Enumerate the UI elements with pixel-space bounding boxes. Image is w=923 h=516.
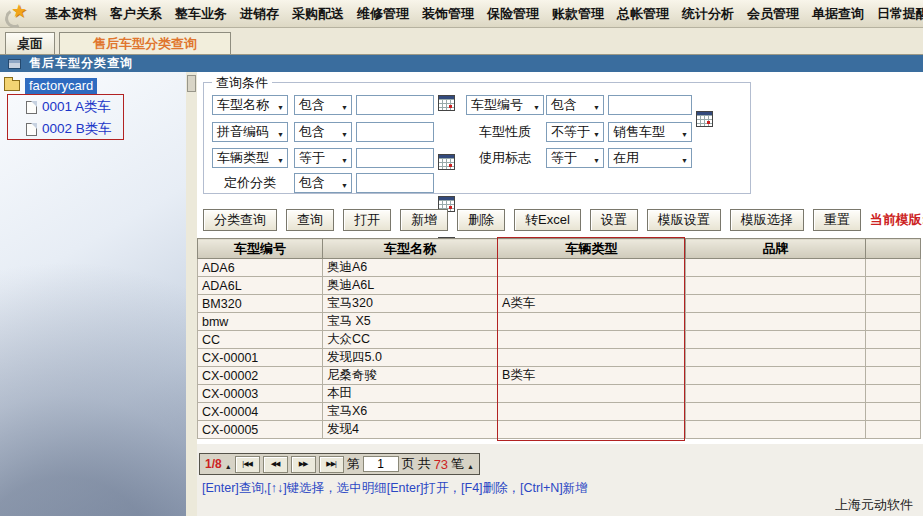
table-row[interactable]: ADA6L 奥迪A6L <box>198 277 921 295</box>
page-ratio: 1/8 <box>205 457 222 471</box>
chevron-down-icon <box>277 151 284 166</box>
cell-brand <box>686 403 866 421</box>
menu-item-member-mgmt[interactable]: 会员管理 <box>745 5 801 23</box>
menu-item-accounts-mgmt[interactable]: 账款管理 <box>550 5 606 23</box>
settings-button[interactable]: 设置 <box>590 209 638 231</box>
col-header-model-code[interactable]: 车型编号 <box>198 239 323 259</box>
total-suffix-label: 笔 <box>451 455 464 473</box>
tree-node-factorycard[interactable]: factorycard <box>0 75 186 96</box>
sort-indicator-icon <box>225 455 232 473</box>
table-row[interactable]: CC 大众CC <box>198 331 921 349</box>
table-row[interactable]: ADA6 奥迪A6 <box>198 259 921 277</box>
template-select-button[interactable]: 模版选择 <box>730 209 804 231</box>
menu-item-statistics[interactable]: 统计分析 <box>680 5 736 23</box>
value-select-sales-model[interactable]: 销售车型 <box>608 122 692 142</box>
menu-item-inventory[interactable]: 进销存 <box>238 5 281 23</box>
sort-indicator-icon <box>467 455 474 473</box>
col-header-model-name[interactable]: 车型名称 <box>323 239 498 259</box>
page-prefix-label: 第 <box>347 455 360 473</box>
table-row[interactable]: BM320 宝马320 A类车 <box>198 295 921 313</box>
delete-button[interactable]: 删除 <box>457 209 505 231</box>
query-value-input[interactable] <box>356 95 434 115</box>
menu-item-decoration-mgmt[interactable]: 装饰管理 <box>420 5 476 23</box>
operator-select[interactable]: 包含 <box>294 173 352 193</box>
prev-page-button[interactable]: ◀◀ <box>263 456 288 473</box>
chevron-down-icon <box>277 98 284 113</box>
col-header-brand[interactable]: 品牌 <box>686 239 866 259</box>
first-page-button[interactable]: |◀◀ <box>235 456 260 473</box>
query-value-input[interactable] <box>356 148 434 168</box>
menu-item-purchase-delivery[interactable]: 采购配送 <box>290 5 346 23</box>
field-select-model-code[interactable]: 车型编号 <box>466 95 544 115</box>
operator-select[interactable]: 包含 <box>294 122 352 142</box>
app-logo-star-icon <box>4 2 34 26</box>
export-excel-button[interactable]: 转Excel <box>514 209 581 231</box>
category-tree-sidebar: factorycard 0001 A类车 0002 B类车 <box>0 72 186 516</box>
calendar-icon[interactable] <box>438 154 455 170</box>
query-value-input[interactable] <box>356 173 434 193</box>
table-row[interactable]: CX-00005 发现4 <box>198 421 921 439</box>
app-window: 基本资料 客户关系 整车业务 进销存 采购配送 维修管理 装饰管理 保险管理 账… <box>0 0 923 516</box>
cell-vehicle-type <box>498 277 686 295</box>
query-value-input[interactable] <box>356 122 434 142</box>
calendar-icon[interactable] <box>438 95 455 111</box>
template-settings-button[interactable]: 模版设置 <box>647 209 721 231</box>
total-prefix-label: 共 <box>418 455 431 473</box>
window-title-bar: 售后车型分类查询 <box>0 55 923 72</box>
field-select-vehicle-type[interactable]: 车辆类型 <box>212 148 288 168</box>
cell-model-code: ADA6L <box>198 277 323 295</box>
query-value-input[interactable] <box>608 95 692 115</box>
open-button[interactable]: 打开 <box>343 209 391 231</box>
tab-desktop[interactable]: 桌面 <box>5 32 55 54</box>
menu-item-doc-query[interactable]: 单据查询 <box>810 5 866 23</box>
tree-node-class-b[interactable]: 0002 B类车 <box>0 118 186 140</box>
table-row[interactable]: CX-00004 宝马X6 <box>198 403 921 421</box>
table-row[interactable]: CX-00003 本田 <box>198 385 921 403</box>
menu-item-repair-mgmt[interactable]: 维修管理 <box>355 5 411 23</box>
next-page-button[interactable]: ▶▶ <box>291 456 316 473</box>
table-row[interactable]: CX-00001 发现四5.0 <box>198 349 921 367</box>
reset-button[interactable]: 重置 <box>813 209 861 231</box>
menu-item-daily-reminder[interactable]: 日常提醒 <box>875 5 923 23</box>
add-button[interactable]: 新增 <box>400 209 448 231</box>
table-header-row: 车型编号 车型名称 车辆类型 品牌 <box>198 239 921 259</box>
tab-after-sales-model-query[interactable]: 售后车型分类查询 <box>59 32 231 54</box>
operator-select[interactable]: 包含 <box>294 95 352 115</box>
cell-filler <box>866 403 921 421</box>
toolbar: 分类查询 查询 打开 新增 删除 转Excel 设置 模版设置 模版选择 重置 … <box>203 208 921 232</box>
last-page-button[interactable]: ▶▶| <box>319 456 344 473</box>
menu-item-ledger-mgmt[interactable]: 总帐管理 <box>615 5 671 23</box>
operator-select[interactable]: 等于 <box>294 148 352 168</box>
menu-item-basic-data[interactable]: 基本资料 <box>43 5 99 23</box>
table-row[interactable]: bmw 宝马 X5 <box>198 313 921 331</box>
operator-select[interactable]: 包含 <box>546 95 604 115</box>
category-query-button[interactable]: 分类查询 <box>203 209 277 231</box>
sidebar-splitter[interactable] <box>186 72 197 516</box>
operator-select[interactable]: 不等于 <box>546 122 604 142</box>
value-select-in-use[interactable]: 在用 <box>608 148 692 168</box>
field-select-pinyin-code[interactable]: 拼音编码 <box>212 122 288 142</box>
model-list-table: 车型编号 车型名称 车辆类型 品牌 ADA6 奥迪A6 ADA6L 奥迪A6L <box>197 238 921 439</box>
cell-model-name: 发现四5.0 <box>323 349 498 367</box>
cell-vehicle-type: A类车 <box>498 295 686 313</box>
tree-node-class-a[interactable]: 0001 A类车 <box>0 96 186 118</box>
cell-vehicle-type <box>498 259 686 277</box>
cell-filler <box>866 331 921 349</box>
page-number-input[interactable] <box>363 456 399 472</box>
query-button[interactable]: 查询 <box>286 209 334 231</box>
operator-label: 包含 <box>299 174 325 192</box>
pagination-bar: 1/8 |◀◀ ◀◀ ▶▶ ▶▶| 第 页 共 73 笔 <box>199 453 480 475</box>
table-row[interactable]: CX-00002 尼桑奇骏 B类车 <box>198 367 921 385</box>
col-header-vehicle-type[interactable]: 车辆类型 <box>498 239 686 259</box>
splitter-handle[interactable] <box>187 75 196 92</box>
calendar-icon[interactable] <box>696 111 713 127</box>
chevron-down-icon <box>341 98 348 113</box>
chevron-down-icon <box>533 98 540 113</box>
query-conditions-legend: 查询条件 <box>212 74 272 92</box>
operator-select[interactable]: 等于 <box>546 148 604 168</box>
field-select-model-name[interactable]: 车型名称 <box>212 95 288 115</box>
menu-item-customer-relations[interactable]: 客户关系 <box>108 5 164 23</box>
menu-item-vehicle-business[interactable]: 整车业务 <box>173 5 229 23</box>
menu-item-insurance-mgmt[interactable]: 保险管理 <box>485 5 541 23</box>
cell-model-name: 宝马 X5 <box>323 313 498 331</box>
